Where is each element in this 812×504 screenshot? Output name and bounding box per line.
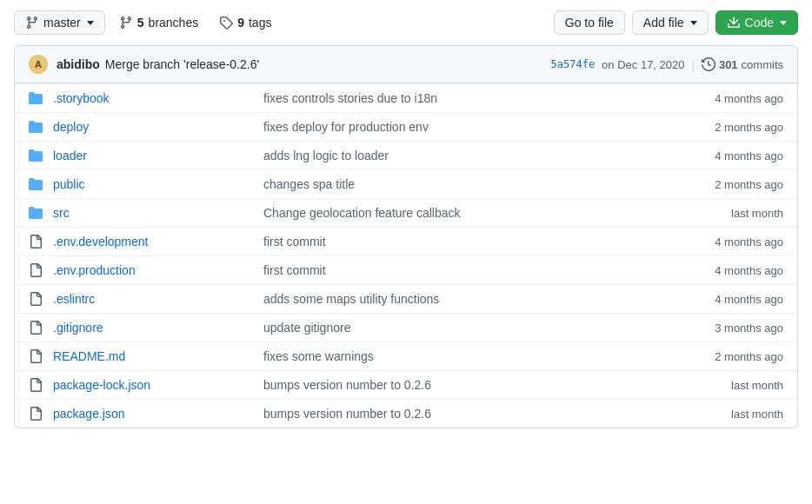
download-icon (727, 16, 741, 30)
file-commit-message: fixes controls stories due to i18n (263, 91, 669, 105)
file-name[interactable]: .env.production (53, 263, 253, 277)
file-icon (29, 292, 43, 306)
file-time: 4 months ago (679, 149, 783, 162)
table-row: loaderadds lng logic to loader4 months a… (15, 141, 797, 169)
tags-label: tags (249, 16, 271, 30)
file-icon (29, 321, 43, 335)
file-name[interactable]: README.md (53, 349, 253, 363)
commit-meta: 5a574fe on Dec 17, 2020 | 301 commits (551, 57, 783, 71)
commit-message: Merge branch 'release-0.2.6' (105, 57, 259, 71)
branch-count-icon (119, 16, 133, 30)
table-row: .storybookfixes controls stories due to … (15, 83, 797, 112)
file-commit-message: fixes some warnings (263, 349, 669, 363)
commit-bar: A abidibo Merge branch 'release-0.2.6' 5… (14, 45, 798, 83)
file-commit-message: first commit (263, 235, 669, 249)
file-name[interactable]: .eslintrc (53, 292, 253, 306)
table-row: .env.developmentfirst commit4 months ago (15, 227, 797, 255)
file-commit-message: update gitignore (263, 321, 669, 335)
tag-icon (219, 16, 233, 30)
file-icon (29, 407, 43, 421)
avatar: A (29, 55, 48, 74)
table-row: srcChange geolocation feature callbackla… (15, 198, 797, 227)
tags-button[interactable]: 9 tags (212, 11, 278, 34)
table-row: .env.productionfirst commit4 months ago (15, 255, 797, 284)
file-time: 3 months ago (679, 322, 783, 335)
file-commit-message: adds some maps utility functions (263, 292, 669, 306)
file-commit-message: Change geolocation feature callback (263, 206, 669, 220)
table-row: .gitignoreupdate gitignore3 months ago (15, 313, 797, 342)
file-time: 4 months ago (679, 293, 783, 306)
branch-chevron (87, 21, 94, 25)
table-row: .eslintrcadds some maps utility function… (15, 284, 797, 313)
table-row: publicchanges spa title2 months ago (15, 169, 797, 198)
commit-hash[interactable]: 5a574fe (551, 58, 596, 70)
file-name[interactable]: src (53, 206, 253, 220)
code-label: Code (745, 16, 774, 30)
file-time: 2 months ago (679, 178, 783, 191)
branches-count: 5 (137, 16, 144, 30)
file-name[interactable]: package.json (53, 407, 253, 421)
file-name[interactable]: .storybook (53, 91, 253, 105)
commit-date: on Dec 17, 2020 (602, 58, 684, 71)
tags-count: 9 (237, 16, 244, 30)
code-button[interactable]: Code (715, 10, 798, 35)
file-time: 4 months ago (679, 264, 783, 277)
table-row: package.jsonbumps version number to 0.2.… (15, 399, 797, 428)
file-time: last month (679, 207, 783, 220)
branches-button[interactable]: 5 branches (112, 11, 205, 34)
file-commit-message: changes spa title (263, 177, 669, 191)
commit-author[interactable]: abidibo (57, 57, 100, 71)
branches-label: branches (149, 16, 199, 30)
table-row: deployfixes deploy for production env2 m… (15, 112, 797, 141)
folder-icon (29, 120, 43, 134)
file-commit-message: first commit (263, 263, 669, 277)
branch-label: master (43, 16, 81, 30)
folder-icon (29, 206, 43, 220)
folder-icon (29, 91, 43, 105)
file-time: 4 months ago (679, 235, 783, 249)
commits-label: commits (742, 58, 783, 71)
folder-icon (29, 149, 43, 162)
svg-text:A: A (35, 59, 42, 70)
file-icon (29, 349, 43, 363)
file-time: 2 months ago (679, 121, 783, 134)
toolbar: master 5 branches 9 tags Go to file Add … (0, 0, 812, 45)
goto-file-label: Go to file (565, 16, 614, 30)
file-time: 2 months ago (679, 350, 783, 363)
file-icon (29, 235, 43, 249)
code-chevron (780, 21, 787, 25)
table-row: package-lock.jsonbumps version number to… (15, 370, 797, 399)
file-name[interactable]: package-lock.json (53, 378, 253, 392)
add-file-button[interactable]: Add file (632, 10, 709, 35)
folder-icon (29, 177, 43, 191)
file-name[interactable]: .gitignore (53, 321, 253, 335)
file-table: .storybookfixes controls stories due to … (14, 83, 798, 428)
commit-info: abidibo Merge branch 'release-0.2.6' (57, 57, 542, 71)
branch-selector[interactable]: master (14, 10, 105, 35)
file-commit-message: bumps version number to 0.2.6 (263, 407, 669, 421)
file-icon (29, 378, 43, 392)
table-row: README.mdfixes some warnings2 months ago (15, 342, 797, 370)
goto-file-button[interactable]: Go to file (554, 10, 625, 35)
file-time: 4 months ago (679, 92, 783, 105)
file-name[interactable]: loader (53, 149, 253, 162)
file-time: last month (679, 379, 783, 392)
file-name[interactable]: deploy (53, 120, 253, 134)
history-icon (702, 57, 715, 71)
add-file-label: Add file (643, 16, 684, 30)
file-commit-message: bumps version number to 0.2.6 (263, 378, 669, 392)
file-name[interactable]: .env.development (53, 235, 253, 249)
file-time: last month (679, 408, 783, 421)
toolbar-right: Go to file Add file Code (554, 10, 798, 35)
file-name[interactable]: public (53, 177, 253, 191)
file-icon (29, 263, 43, 277)
add-file-chevron (690, 21, 697, 25)
toolbar-left: master 5 branches 9 tags (14, 10, 547, 35)
history-link[interactable]: 301 commits (702, 57, 783, 71)
file-commit-message: adds lng logic to loader (263, 149, 669, 162)
branch-icon (25, 16, 39, 30)
commits-count: 301 (719, 58, 738, 71)
file-commit-message: fixes deploy for production env (263, 120, 669, 134)
